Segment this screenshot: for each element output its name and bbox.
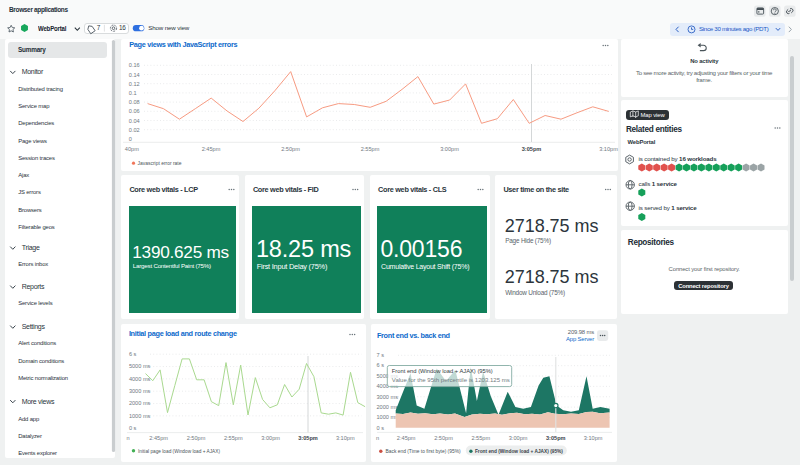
svg-text:0.14: 0.14 bbox=[129, 72, 140, 78]
svg-text:40pm: 40pm bbox=[125, 146, 139, 152]
svg-text:1000 ms: 1000 ms bbox=[377, 414, 399, 420]
svg-text:0.04: 0.04 bbox=[129, 118, 140, 124]
svg-text:2000 ms: 2000 ms bbox=[129, 400, 151, 406]
svg-text:6 s: 6 s bbox=[129, 351, 137, 357]
svg-text:0.08: 0.08 bbox=[129, 99, 140, 105]
svg-text:2:50pm: 2:50pm bbox=[434, 435, 453, 441]
svg-text:3:10pm: 3:10pm bbox=[336, 435, 355, 441]
svg-text:3000 ms: 3000 ms bbox=[129, 388, 151, 394]
svg-text:2000 ms: 2000 ms bbox=[377, 404, 399, 410]
svg-text:2:55pm: 2:55pm bbox=[471, 435, 490, 441]
svg-text:6 s: 6 s bbox=[377, 362, 385, 368]
svg-text:3:00pm: 3:00pm bbox=[440, 146, 459, 152]
svg-text:2:50pm: 2:50pm bbox=[187, 435, 206, 441]
svg-text:0.1: 0.1 bbox=[129, 90, 137, 96]
svg-text:0 s: 0 s bbox=[377, 425, 385, 431]
svg-text:Front end (Window load + AJAX): Front end (Window load + AJAX) (95%) bbox=[475, 448, 563, 454]
svg-text:2:55pm: 2:55pm bbox=[361, 146, 380, 152]
svg-text:3:05pm: 3:05pm bbox=[298, 435, 318, 441]
svg-text:0.06: 0.06 bbox=[129, 108, 140, 114]
svg-text:3:00pm: 3:00pm bbox=[509, 435, 528, 441]
svg-text:n: n bbox=[376, 435, 379, 441]
svg-text:3000 ms: 3000 ms bbox=[377, 394, 399, 400]
svg-text:2:45pm: 2:45pm bbox=[202, 146, 221, 152]
svg-text:4000 ms: 4000 ms bbox=[129, 376, 151, 382]
svg-text:3:05pm: 3:05pm bbox=[522, 146, 542, 152]
svg-text:n: n bbox=[127, 435, 130, 441]
svg-text:3:05pm: 3:05pm bbox=[546, 435, 566, 441]
svg-text:3:10pm: 3:10pm bbox=[599, 146, 618, 152]
svg-text:3:10pm: 3:10pm bbox=[584, 435, 603, 441]
svg-text:2:45pm: 2:45pm bbox=[397, 435, 416, 441]
svg-text:0.16: 0.16 bbox=[129, 62, 140, 68]
svg-text:1000 ms: 1000 ms bbox=[129, 413, 151, 419]
svg-text:5000 ms: 5000 ms bbox=[129, 363, 151, 369]
svg-text:2:50pm: 2:50pm bbox=[281, 146, 300, 152]
svg-text:Value for the 95th percentile: Value for the 95th percentile is 1203.12… bbox=[392, 377, 510, 383]
svg-text:Back end (Time to first byte): Back end (Time to first byte) (95%) bbox=[386, 448, 461, 454]
svg-text:Javascript error rate: Javascript error rate bbox=[138, 160, 182, 166]
svg-text:3:00pm: 3:00pm bbox=[261, 435, 280, 441]
svg-text:0 s: 0 s bbox=[129, 425, 137, 431]
svg-text:0: 0 bbox=[129, 136, 132, 142]
svg-text:0.12: 0.12 bbox=[129, 81, 140, 87]
svg-text:0.02: 0.02 bbox=[129, 127, 140, 133]
svg-text:Front end (Window load + AJAX): Front end (Window load + AJAX) (95%) bbox=[392, 368, 493, 374]
svg-text:2:45pm: 2:45pm bbox=[149, 435, 168, 441]
svg-text:Initial page load (Window load: Initial page load (Window load + AJAX) bbox=[138, 448, 220, 454]
svg-text:2:55pm: 2:55pm bbox=[224, 435, 243, 441]
svg-text:7 s: 7 s bbox=[377, 352, 385, 358]
